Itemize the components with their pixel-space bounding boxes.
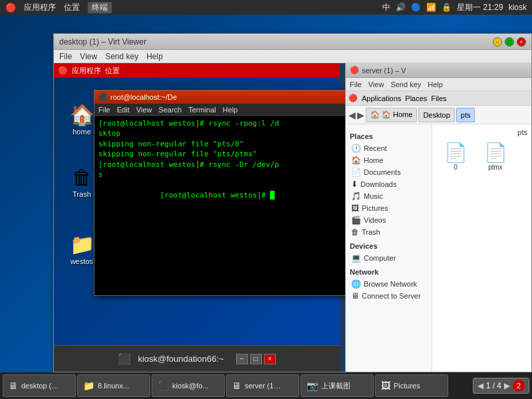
srv-menu-sendkey[interactable]: Send key <box>390 80 421 88</box>
virt-viewer-window: desktop (1) – Virt Viewer − □ × File Vie… <box>53 33 532 372</box>
trash-icon: 🗑 <box>72 166 92 189</box>
taskbar-server-label: server (1… <box>245 382 281 390</box>
home-btn-icon: 🏠 <box>370 110 380 119</box>
taskbar-server-icon: 🖥 <box>232 380 241 391</box>
bluetooth-icon[interactable]: 🔵 <box>411 3 421 12</box>
back-button[interactable]: ◀ <box>348 110 356 120</box>
topbar-left: 🔴 应用程序 位置 终端 <box>5 2 112 13</box>
taskbar-pictures-icon: 🖼 <box>381 380 390 391</box>
page-prev-btn[interactable]: ◀ <box>477 381 483 390</box>
sidebar-item-documents[interactable]: 📄 Documents <box>348 166 429 178</box>
taskbar-item-desktop[interactable]: 🖥 desktop (… <box>3 374 76 397</box>
server-window: 🔴 server (1) – V File View Send key Help… <box>345 63 531 372</box>
file-item-0[interactable]: 📄 0 <box>439 142 472 171</box>
forward-button[interactable]: ▶ <box>357 110 364 120</box>
taskbar-pictures-label: Pictures <box>394 382 420 390</box>
network-section-title: Network <box>350 268 429 276</box>
taskbar-kiosk-label: kiosk@fo... <box>172 382 209 390</box>
taskbar-item-pictures[interactable]: 🖼 Pictures <box>375 374 448 397</box>
term-line-0: [root@localhost westos]# rsync -rpog:l /… <box>98 118 342 128</box>
srv-menu-view[interactable]: View <box>368 80 384 88</box>
sidebar-item-recent[interactable]: 🕐 Recent <box>348 142 429 154</box>
sidebar-pictures-label: Pictures <box>362 204 388 212</box>
term-line-6: [root@localhost westos]# <box>98 180 342 210</box>
kiosk-menubar: 🔴 应用程序 位置 <box>54 63 340 78</box>
server-body: Places 🕐 Recent 🏠 Home 📄 Documents <box>346 124 531 372</box>
taskbar-item-screenshot[interactable]: 📷 上课截图 <box>301 374 374 397</box>
music-icon: 🎵 <box>351 192 361 201</box>
srv-menu-file[interactable]: File <box>350 80 362 88</box>
sidebar-item-trash[interactable]: 🗑 Trash <box>348 226 429 238</box>
taskbar-item-kiosk[interactable]: ⬛ kiosk@fo... <box>152 374 225 397</box>
files-tab-apps[interactable]: Applications <box>362 94 401 102</box>
taskbar-item-linunx[interactable]: 📁 8.linunx... <box>77 374 150 397</box>
term-line-4: [root@localhost westos]# rsync -Dr /dev/… <box>98 160 342 170</box>
file-item-ptmx[interactable]: 📄 ptmx <box>479 142 512 171</box>
sidebar-item-pictures[interactable]: 🖼 Pictures <box>348 202 429 214</box>
file-ptmx-icon: 📄 <box>484 142 507 164</box>
page-next-btn[interactable]: ▶ <box>504 381 510 390</box>
westos-label: westos <box>70 257 93 265</box>
menu-file[interactable]: File <box>59 52 72 61</box>
sidebar-browse-label: Browse Network <box>364 280 417 288</box>
sidebar-item-home[interactable]: 🏠 Home <box>348 154 429 166</box>
menu-view[interactable]: View <box>80 52 97 61</box>
file-grid: 📄 0 📄 ptmx <box>436 139 527 174</box>
terminal-title-icon: ⬛ <box>98 93 108 102</box>
kiosk-terminal-bar: ⬛ kiosk@foundation66:~ − □ × <box>54 345 340 372</box>
sidebar-videos-label: Videos <box>364 216 386 224</box>
kiosk-max-btn[interactable]: □ <box>250 354 262 364</box>
wifi-icon[interactable]: 📶 <box>426 3 436 12</box>
file-0-icon: 📄 <box>444 142 467 164</box>
term-menu-edit[interactable]: Edit <box>117 106 130 114</box>
connect-server-icon: 🖥 <box>351 291 359 301</box>
term-menu-help[interactable]: Help <box>223 106 238 114</box>
server-sidebar: Places 🕐 Recent 🏠 Home 📄 Documents <box>346 124 432 372</box>
terminal-body[interactable]: [root@localhost westos]# rsync -rpog:l /… <box>94 116 346 295</box>
desktop-button[interactable]: Desktop <box>418 108 454 122</box>
places-menu[interactable]: 位置 <box>64 2 80 13</box>
term-line-2: skipping non-regular file "pts/0" <box>98 139 342 149</box>
apps-menu[interactable]: 应用程序 <box>24 2 56 13</box>
lock-icon[interactable]: 🔒 <box>442 3 452 12</box>
sidebar-item-videos[interactable]: 🎬 Videos <box>348 214 429 226</box>
menu-help[interactable]: Help <box>146 52 163 61</box>
kiosk-min-btn[interactable]: − <box>236 354 248 364</box>
sidebar-item-computer[interactable]: 💻 Computer <box>348 252 429 264</box>
sidebar-item-connect-server[interactable]: 🖥 Connect to Server <box>348 290 429 302</box>
hostname: kiosk <box>509 3 527 12</box>
topbar-right: 中 🔊 🔵 📶 🔒 星期一 21:29 kiosk <box>382 2 527 13</box>
kiosk-close-btn[interactable]: × <box>264 354 276 364</box>
sidebar-item-music[interactable]: 🎵 Music <box>348 190 429 202</box>
kiosk-apps-menu[interactable]: 应用程序 <box>72 66 101 76</box>
volume-icon[interactable]: 🔊 <box>396 3 406 12</box>
taskbar: 🖥 desktop (… 📁 8.linunx... ⬛ kiosk@fo...… <box>0 372 532 399</box>
term-menu-search[interactable]: Search <box>158 106 182 114</box>
virt-viewer-title: desktop (1) – Virt Viewer <box>59 37 146 47</box>
term-menu-view[interactable]: View <box>136 106 152 114</box>
files-app-tabbar: 🔴 Applications Places Files <box>346 91 531 106</box>
virt-content: 🔴 应用程序 位置 🏠 home 🗑 Trash 📁 westos <box>54 63 531 372</box>
kiosk-places-menu[interactable]: 位置 <box>105 66 120 76</box>
home-label: home <box>72 128 91 136</box>
menu-sendkey[interactable]: Send key <box>105 52 138 61</box>
srv-menu-help[interactable]: Help <box>428 80 443 88</box>
server-location-header: pts <box>436 128 527 136</box>
close-button[interactable]: × <box>517 37 526 47</box>
terminal-menu[interactable]: 终端 <box>88 2 112 13</box>
sidebar-item-downloads[interactable]: ⬇ Downloads <box>348 178 429 190</box>
home-button[interactable]: 🏠 🏠 Home <box>366 108 417 122</box>
minimize-button[interactable]: − <box>493 37 502 47</box>
home-icon: 🏠 <box>70 103 94 126</box>
kiosk-terminal-controls: − □ × <box>236 354 276 364</box>
pts-button[interactable]: pts <box>456 108 475 122</box>
term-menu-terminal[interactable]: Terminal <box>188 106 216 114</box>
maximize-button[interactable]: □ <box>505 37 514 47</box>
term-menu-file[interactable]: File <box>98 106 110 114</box>
kiosk-app-indicator: 🔴 <box>58 66 68 75</box>
files-tab-files[interactable]: Files <box>431 94 446 102</box>
sidebar-item-browse-network[interactable]: 🌐 Browse Network <box>348 278 429 290</box>
virt-viewer-menubar: File View Send key Help <box>54 50 531 63</box>
files-tab-places[interactable]: Places <box>405 94 427 102</box>
taskbar-item-server[interactable]: 🖥 server (1… <box>226 374 299 397</box>
